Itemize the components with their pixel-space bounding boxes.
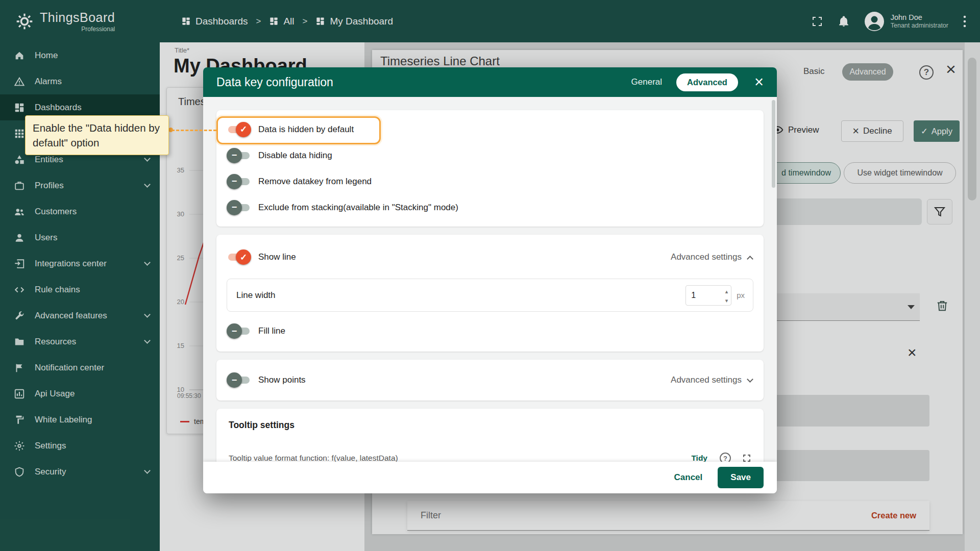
disable-data-hiding-toggle[interactable] xyxy=(228,151,250,160)
show-line-toggle[interactable] xyxy=(228,253,250,262)
chevron-down-icon xyxy=(747,376,753,383)
line-advanced-settings-toggle[interactable]: Advanced settings xyxy=(671,252,752,262)
step-up-icon[interactable] xyxy=(725,286,728,295)
dialog-footer: Cancel Save xyxy=(203,462,777,493)
tidy-button[interactable]: Tidy xyxy=(691,454,707,462)
toggle-thumb-minus-icon xyxy=(227,200,242,215)
annotation-connector-line xyxy=(172,130,216,131)
exclude-from-stacking-toggle[interactable] xyxy=(228,203,250,212)
line-width-input-wrap xyxy=(685,285,731,306)
save-button[interactable]: Save xyxy=(718,467,764,488)
close-dialog-icon[interactable] xyxy=(754,76,764,89)
chevron-up-icon xyxy=(747,256,753,262)
toggle-thumb-minus-icon xyxy=(227,148,242,163)
toggle-row-remove-datakey-from-legend: Remove datakey from legend xyxy=(216,168,764,194)
points-advanced-settings-toggle[interactable]: Advanced settings xyxy=(671,375,752,385)
dialog-body: Data is hidden by default Disable data h… xyxy=(203,97,777,462)
cancel-button[interactable]: Cancel xyxy=(674,472,703,483)
toggle-thumb-minus-icon xyxy=(227,323,242,339)
toggle-label: Exclude from stacking(available in "Stac… xyxy=(258,203,458,213)
fill-line-toggle[interactable] xyxy=(228,327,250,336)
show-points-toggle[interactable] xyxy=(228,375,250,385)
toggle-label: Show line xyxy=(258,252,296,262)
annotation-callout: Enable the "Data hidden by default" opti… xyxy=(25,115,169,155)
line-width-input[interactable] xyxy=(691,291,714,300)
toggle-label: Show points xyxy=(258,375,306,385)
toggle-row-disable-data-hiding: Disable data hiding xyxy=(216,142,764,168)
tooltip-settings-heading: Tooltip settings xyxy=(229,420,295,430)
step-down-icon[interactable] xyxy=(725,295,728,305)
line-width-field: Line width px xyxy=(227,279,753,312)
show-line-row: Show line Advanced settings xyxy=(216,242,764,272)
toggle-label: Fill line xyxy=(258,326,285,336)
advanced-settings-label: Advanced settings xyxy=(671,375,742,385)
tooltip-function-row: Tooltip value format function: f(value, … xyxy=(229,453,751,462)
advanced-settings-label: Advanced settings xyxy=(671,252,742,262)
tab-advanced[interactable]: Advanced xyxy=(676,73,738,91)
dialog-scrollbar-thumb[interactable] xyxy=(772,100,775,188)
line-settings-card: Show line Advanced settings Line width p… xyxy=(216,235,764,352)
remove-datakey-toggle[interactable] xyxy=(228,177,250,186)
show-points-row: Show points Advanced settings xyxy=(216,365,764,395)
dialog-header: Data key configuration General Advanced xyxy=(203,67,777,97)
toggle-label: Remove datakey from legend xyxy=(258,177,372,187)
fill-line-row: Fill line xyxy=(216,316,764,346)
points-settings-card: Show points Advanced settings xyxy=(216,360,764,400)
tab-general[interactable]: General xyxy=(631,77,662,87)
expand-editor-icon[interactable] xyxy=(742,454,751,462)
toggle-thumb-minus-icon xyxy=(227,372,242,388)
toggle-thumb-minus-icon xyxy=(227,174,242,189)
toggle-row-exclude-from-stacking: Exclude from stacking(available in "Stac… xyxy=(216,194,764,220)
line-width-unit: px xyxy=(737,291,745,299)
help-icon[interactable] xyxy=(720,453,731,462)
annotation-connector-dot xyxy=(168,128,173,132)
number-stepper[interactable] xyxy=(725,286,728,305)
tooltip-function-label: Tooltip value format function: f(value, … xyxy=(229,454,691,462)
tooltip-settings-card: Tooltip settings Tooltip value format fu… xyxy=(216,409,764,462)
line-width-label: Line width xyxy=(236,290,685,300)
annotation-highlight-ring xyxy=(216,116,381,144)
toggle-thumb-check-icon xyxy=(236,249,251,265)
dialog-title: Data key configuration xyxy=(216,76,631,89)
toggle-label: Disable data hiding xyxy=(258,151,332,161)
